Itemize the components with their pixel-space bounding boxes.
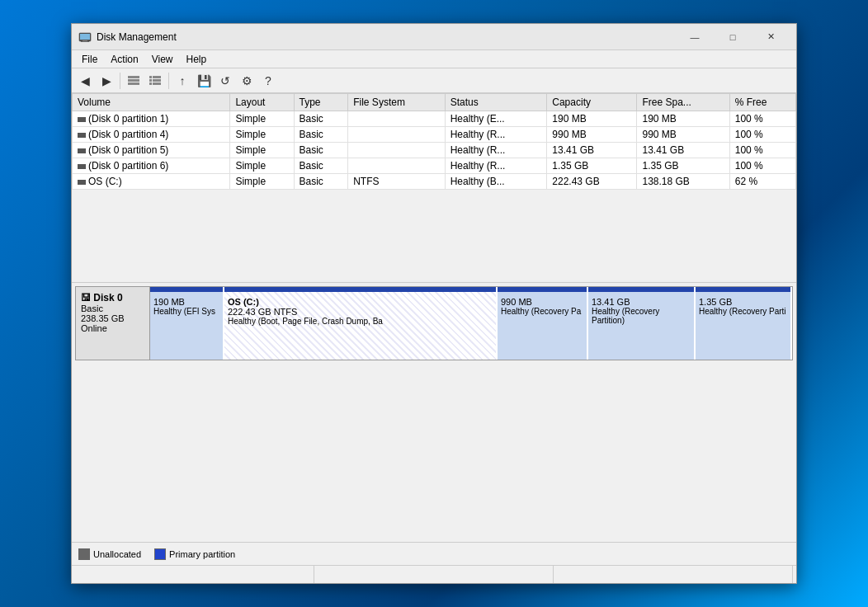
status-section-3 xyxy=(554,566,793,583)
cell-layout-2: Simple xyxy=(230,143,294,158)
disk-type: Basic xyxy=(81,304,144,313)
partition-recovery-3[interactable]: 1.35 GB Healthy (Recovery Parti xyxy=(696,287,792,360)
cell-type-3: Basic xyxy=(294,158,348,174)
partition-body-r2: 13.41 GB Healthy (Recovery Partition) xyxy=(592,297,691,325)
title-bar: Disk Management — □ ✕ xyxy=(72,24,796,50)
svg-rect-1 xyxy=(80,34,90,40)
col-type[interactable]: Type xyxy=(294,94,348,111)
cell-pct-3: 100 % xyxy=(729,158,795,174)
menu-help[interactable]: Help xyxy=(180,52,214,67)
cell-layout-3: Simple xyxy=(230,158,294,174)
cell-layout-0: Simple xyxy=(230,111,294,127)
table-wrapper[interactable]: Volume Layout Type File System Status Ca… xyxy=(72,93,796,282)
legend-primary: Primary partition xyxy=(154,548,235,560)
partition-os-label: OS (C:) xyxy=(228,297,493,307)
minimize-button[interactable]: — xyxy=(676,24,714,50)
legend-unallocated-color xyxy=(78,548,90,560)
table-row[interactable]: (Disk 0 partition 1) Simple Basic Health… xyxy=(73,111,796,127)
cell-pct-2: 100 % xyxy=(729,143,795,158)
volume-table: Volume Layout Type File System Status Ca… xyxy=(72,93,796,190)
cell-fs-1 xyxy=(348,127,445,143)
partition-body-os: OS (C:) 222.43 GB NTFS Healthy (Boot, Pa… xyxy=(228,297,493,326)
partition-os-status: Healthy (Boot, Page File, Crash Dump, Ba xyxy=(228,317,493,326)
cell-volume-4: OS (C:) xyxy=(73,174,230,190)
disk-size: 238.35 GB xyxy=(81,313,144,323)
legend-unallocated-label: Unallocated xyxy=(93,549,141,559)
forward-button[interactable]: ▶ xyxy=(97,71,116,91)
menu-file[interactable]: File xyxy=(75,52,104,67)
col-status[interactable]: Status xyxy=(445,94,547,111)
table-row[interactable]: (Disk 0 partition 4) Simple Basic Health… xyxy=(73,127,796,143)
volume-table-section: Volume Layout Type File System Status Ca… xyxy=(72,93,796,283)
partition-recovery-1[interactable]: 990 MB Healthy (Recovery Pa xyxy=(498,287,588,360)
cell-fs-2 xyxy=(348,143,445,158)
cell-free-3: 1.35 GB xyxy=(637,158,729,174)
cell-layout-1: Simple xyxy=(230,127,294,143)
maximize-button[interactable]: □ xyxy=(714,24,752,50)
col-filesystem[interactable]: File System xyxy=(348,94,445,111)
svg-rect-11 xyxy=(149,82,152,85)
partition-r1-status: Healthy (Recovery Pa xyxy=(501,307,583,316)
disk-partitions: 190 MB Healthy (EFI Sys OS (C:) 222.43 G… xyxy=(150,287,792,360)
status-section-2 xyxy=(314,566,554,583)
cell-fs-0 xyxy=(348,111,445,127)
cell-layout-4: Simple xyxy=(230,174,294,190)
partition-r3-size: 1.35 GB xyxy=(699,297,787,307)
cell-capacity-3: 1.35 GB xyxy=(547,158,637,174)
col-pctfree[interactable]: % Free xyxy=(729,94,795,111)
partition-efi-status: Healthy (EFI Sys xyxy=(153,307,219,316)
disk-name: 🖫 Disk 0 xyxy=(81,292,144,304)
partition-efi[interactable]: 190 MB Healthy (EFI Sys xyxy=(150,287,224,360)
up-button[interactable]: ↑ xyxy=(172,71,192,91)
help-toolbar-button[interactable]: ? xyxy=(258,71,278,91)
svg-rect-7 xyxy=(149,76,152,78)
legend-primary-label: Primary partition xyxy=(169,549,235,559)
disk-visual-section: 🖫 Disk 0 Basic 238.35 GB Online 190 MB H… xyxy=(72,283,796,542)
disk-status: Online xyxy=(81,323,144,333)
cell-capacity-0: 190 MB xyxy=(547,111,637,127)
cell-capacity-1: 990 MB xyxy=(547,127,637,143)
status-section-1 xyxy=(75,566,314,583)
cell-pct-0: 100 % xyxy=(729,111,795,127)
svg-rect-4 xyxy=(128,76,139,78)
close-button[interactable]: ✕ xyxy=(752,24,790,50)
partition-top-bar-r1 xyxy=(498,287,587,292)
details-button[interactable] xyxy=(145,71,165,91)
cell-free-1: 990 MB xyxy=(637,127,729,143)
cell-fs-4: NTFS xyxy=(348,174,445,190)
partition-r2-status: Healthy (Recovery Partition) xyxy=(592,307,691,325)
toolbar-separator-1 xyxy=(120,73,120,89)
refresh-button[interactable]: ↺ xyxy=(215,71,235,91)
partition-r2-size: 13.41 GB xyxy=(592,297,691,307)
menu-bar: File Action View Help xyxy=(72,50,796,68)
show-list-button[interactable] xyxy=(124,71,144,91)
col-freespace[interactable]: Free Spa... xyxy=(637,94,729,111)
menu-view[interactable]: View xyxy=(145,52,180,67)
svg-rect-6 xyxy=(128,82,139,85)
partition-os[interactable]: OS (C:) 222.43 GB NTFS Healthy (Boot, Pa… xyxy=(224,287,498,360)
col-volume[interactable]: Volume xyxy=(73,94,230,111)
menu-action[interactable]: Action xyxy=(104,52,144,67)
back-button[interactable]: ◀ xyxy=(75,71,95,91)
cell-pct-4: 62 % xyxy=(729,174,795,190)
cell-volume-1: (Disk 0 partition 4) xyxy=(73,127,230,143)
legend-primary-color xyxy=(154,548,166,560)
table-row[interactable]: (Disk 0 partition 5) Simple Basic Health… xyxy=(73,143,796,158)
table-row[interactable]: OS (C:) Simple Basic NTFS Healthy (B... … xyxy=(73,174,796,190)
status-bar xyxy=(72,565,796,583)
cell-status-0: Healthy (E... xyxy=(445,111,547,127)
col-layout[interactable]: Layout xyxy=(230,94,294,111)
save-button[interactable]: 💾 xyxy=(194,71,214,91)
cell-fs-3 xyxy=(348,158,445,174)
svg-rect-12 xyxy=(153,82,161,85)
cell-status-1: Healthy (R... xyxy=(445,127,547,143)
table-row[interactable]: (Disk 0 partition 6) Simple Basic Health… xyxy=(73,158,796,174)
partition-recovery-2[interactable]: 13.41 GB Healthy (Recovery Partition) xyxy=(588,287,696,360)
disk-management-window: Disk Management — □ ✕ File Action View H… xyxy=(71,23,797,584)
partition-r1-size: 990 MB xyxy=(501,297,583,307)
col-capacity[interactable]: Capacity xyxy=(547,94,637,111)
toolbar: ◀ ▶ ↑ 💾 ↺ ⚙ ? xyxy=(72,68,796,93)
svg-rect-10 xyxy=(153,79,161,82)
toolbar-separator-2 xyxy=(168,73,169,89)
properties-button[interactable]: ⚙ xyxy=(237,71,257,91)
